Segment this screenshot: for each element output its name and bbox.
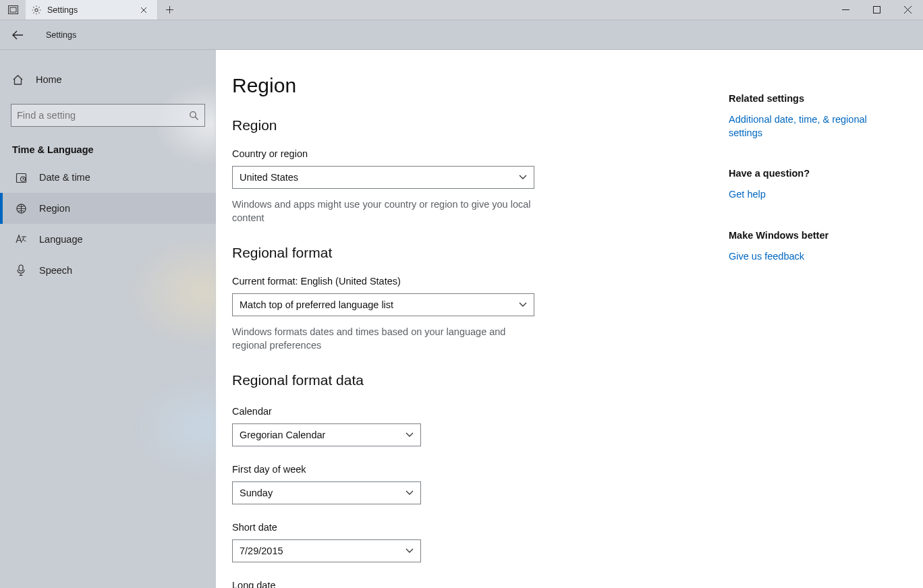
- calendar-select[interactable]: Gregorian Calendar: [232, 423, 421, 446]
- close-window-button[interactable]: [892, 0, 923, 20]
- sidebar-item-label: Date & time: [39, 172, 90, 183]
- regional-format-select[interactable]: Match top of preferred language list: [232, 293, 534, 316]
- arrow-left-icon: [12, 30, 23, 40]
- app-header: Settings: [0, 20, 923, 50]
- search-icon: [189, 111, 199, 121]
- currentformat-label: Current format: English (United States): [232, 276, 729, 287]
- shortdate-label: Short date: [232, 522, 729, 533]
- chevron-down-icon: [405, 548, 414, 554]
- search-box[interactable]: [11, 104, 205, 127]
- minimize-button[interactable]: [830, 0, 861, 20]
- home-icon: [12, 74, 24, 86]
- clock-icon: [15, 171, 27, 183]
- section-formatdata-heading: Regional format data: [232, 372, 729, 388]
- get-help-link[interactable]: Get help: [729, 188, 896, 202]
- country-select[interactable]: United States: [232, 166, 534, 189]
- longdate-label: Long date: [232, 580, 729, 588]
- tab-settings[interactable]: Settings: [26, 0, 158, 20]
- country-select-value: United States: [240, 172, 298, 183]
- sidebar-item-label: Speech: [39, 265, 72, 276]
- close-icon: [904, 6, 912, 13]
- country-label: Country or region: [232, 148, 729, 159]
- shortdate-select[interactable]: 7/29/2015: [232, 539, 421, 562]
- shortdate-select-value: 7/29/2015: [240, 546, 283, 556]
- maximize-button[interactable]: [861, 0, 892, 20]
- feedback-link[interactable]: Give us feedback: [729, 250, 896, 264]
- chevron-down-icon: [405, 490, 414, 496]
- sidebar-item-speech[interactable]: Speech: [0, 255, 216, 286]
- related-settings-heading: Related settings: [729, 93, 896, 104]
- firstday-select[interactable]: Sunday: [232, 481, 421, 504]
- plus-icon: [166, 6, 173, 13]
- page-title: Region: [232, 74, 729, 97]
- aside: Related settings Additional date, time, …: [729, 50, 910, 588]
- regional-format-helper: Windows formats dates and times based on…: [232, 326, 536, 352]
- search-input[interactable]: [17, 110, 189, 121]
- sidebar-item-label: Language: [39, 234, 83, 245]
- tab-close-button[interactable]: [136, 2, 152, 18]
- task-view-button[interactable]: [0, 0, 26, 20]
- svg-point-4: [190, 111, 196, 117]
- task-view-icon: [8, 5, 18, 14]
- improve-heading: Make Windows better: [729, 230, 896, 241]
- svg-rect-3: [873, 7, 880, 13]
- svg-rect-8: [19, 265, 23, 271]
- microphone-icon: [15, 264, 27, 276]
- maximize-icon: [873, 6, 880, 13]
- calendar-label: Calendar: [232, 406, 729, 417]
- regional-format-select-value: Match top of preferred language list: [240, 299, 393, 310]
- main-content: Region Region Country or region United S…: [216, 50, 923, 588]
- chevron-down-icon: [519, 302, 527, 307]
- question-heading: Have a question?: [729, 168, 896, 179]
- language-icon: [15, 233, 27, 245]
- minimize-icon: [842, 6, 849, 13]
- svg-point-2: [35, 8, 38, 11]
- firstday-label: First day of week: [232, 464, 729, 475]
- section-region-heading: Region: [232, 117, 729, 134]
- firstday-select-value: Sunday: [240, 488, 273, 498]
- sidebar-category: Time & Language: [0, 127, 216, 162]
- sidebar-item-date-time[interactable]: Date & time: [0, 162, 216, 193]
- calendar-select-value: Gregorian Calendar: [240, 430, 325, 440]
- gear-icon: [31, 5, 42, 16]
- country-helper: Windows and apps might use your country …: [232, 198, 536, 225]
- chevron-down-icon: [405, 432, 414, 438]
- close-icon: [140, 7, 147, 13]
- chevron-down-icon: [519, 175, 527, 180]
- tab-title: Settings: [47, 5, 130, 15]
- sidebar-item-region[interactable]: Region: [0, 193, 216, 224]
- related-settings-link[interactable]: Additional date, time, & regional settin…: [729, 113, 896, 140]
- app-title: Settings: [46, 30, 76, 40]
- new-tab-button[interactable]: [158, 0, 181, 20]
- section-regionalformat-heading: Regional format: [232, 245, 729, 261]
- window-controls: [830, 0, 923, 20]
- title-bar: Settings: [0, 0, 923, 20]
- sidebar-home-label: Home: [36, 74, 62, 85]
- sidebar-home[interactable]: Home: [0, 65, 216, 94]
- globe-icon: [15, 202, 27, 214]
- svg-rect-1: [10, 7, 16, 12]
- sidebar-item-language[interactable]: Language: [0, 224, 216, 255]
- back-button[interactable]: [3, 20, 32, 50]
- sidebar: Home Time & Language Date & time Region: [0, 50, 216, 588]
- titlebar-drag-area[interactable]: [181, 0, 830, 20]
- sidebar-item-label: Region: [39, 203, 70, 214]
